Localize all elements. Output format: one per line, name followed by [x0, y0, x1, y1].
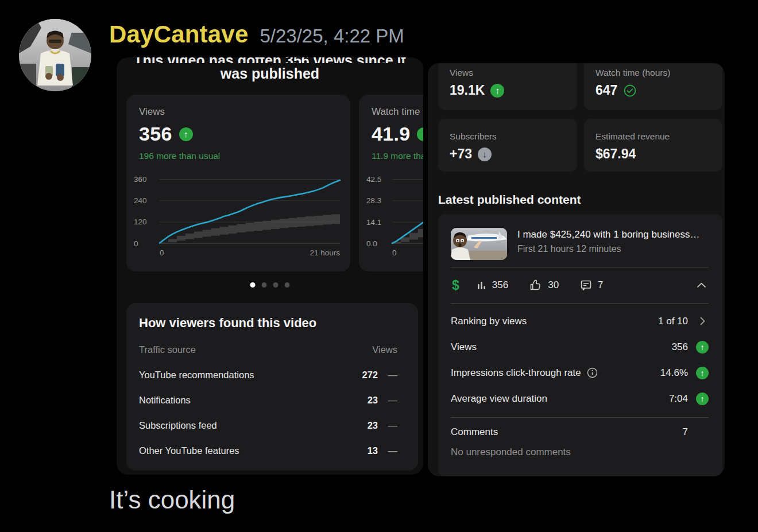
carousel-dot[interactable]	[285, 282, 290, 288]
metric-row-ctr: Impressions click-through rate 14.6% ↑	[451, 360, 709, 386]
carousel-dot-active[interactable]	[250, 282, 256, 288]
message-timestamp: 5/23/25, 4:22 PM	[260, 25, 404, 47]
traffic-source-header: Traffic source	[139, 344, 372, 355]
views-value: 356	[139, 123, 172, 145]
comments-count: 7	[683, 426, 688, 438]
svg-text:0.0: 0.0	[366, 239, 377, 248]
metric-label: Ranking by views	[451, 316, 658, 327]
divider	[451, 417, 709, 418]
svg-text:240: 240	[134, 196, 147, 205]
comments-note: No unresponded comments	[451, 446, 709, 458]
svg-text:360: 360	[134, 175, 147, 184]
svg-text:0: 0	[160, 248, 164, 257]
video-text: I made $425,240 with 1 boring business… …	[517, 228, 700, 254]
traffic-views-header: Views	[372, 344, 397, 355]
summary-label: Estimated revenue	[595, 131, 711, 142]
left-screenshot-attachment[interactable]: This video has gotten 356 views since it…	[117, 57, 423, 475]
traffic-table-header: Traffic source Views	[139, 344, 397, 355]
video-thumbnail[interactable]	[451, 228, 507, 260]
traffic-sources-card: How viewers found this video Traffic sou…	[126, 303, 418, 471]
engagement-comments-value: 7	[598, 279, 603, 291]
traffic-views-value: 23	[368, 395, 378, 406]
svg-text:0: 0	[134, 239, 138, 248]
engagement-row: $ 356 30	[451, 267, 709, 303]
carousel-dot[interactable]	[262, 282, 267, 288]
message-text: It’s cooking	[109, 486, 235, 514]
check-circle-icon	[623, 84, 637, 98]
views-delta: 196 more than usual	[139, 151, 338, 161]
traffic-views-value: 13	[368, 445, 378, 456]
latest-content-card: I made $425,240 with 1 boring business… …	[438, 214, 722, 476]
views-metric-card: Views 356 ↑ 196 more than usual 36024012…	[126, 95, 350, 271]
metric-row-avd: Average view duration 7:04 ↑	[451, 386, 709, 411]
right-screenshot-attachment[interactable]: Views 19.1K ↑ Watch time (hours) 647 Sub…	[428, 63, 725, 476]
summary-card-watch-time: Watch time (hours) 647	[584, 63, 722, 110]
metric-row-views: Views 356 ↑	[451, 334, 709, 360]
watch-time-value: 41.9	[372, 123, 410, 145]
table-row: YouTube recommendations 272 —	[139, 370, 397, 380]
metric-value: 7:04	[669, 393, 688, 405]
engagement-likes-value: 30	[548, 279, 559, 291]
summary-label: Watch time (hours)	[595, 68, 711, 78]
summary-card-subscribers: Subscribers +73 ↓	[438, 119, 577, 172]
up-arrow-icon: ↑	[179, 127, 193, 141]
carousel-dots	[250, 282, 290, 288]
dash-icon: —	[378, 370, 397, 380]
svg-text:28.3: 28.3	[366, 196, 381, 205]
metric-row-ranking[interactable]: Ranking by views 1 of 10	[451, 308, 709, 334]
video-row[interactable]: I made $425,240 with 1 boring business… …	[451, 228, 709, 260]
carousel-dot[interactable]	[273, 282, 279, 288]
likes-stat: 30	[530, 279, 559, 291]
watch-time-line-chart: 42.528.314.10.00	[365, 172, 423, 258]
traffic-views-value: 272	[362, 370, 378, 380]
watch-time-label: Watch time	[372, 106, 423, 118]
up-arrow-icon: ↑	[696, 367, 709, 379]
message-header: DayCantave 5/23/25, 4:22 PM	[109, 21, 404, 48]
traffic-views-value: 23	[368, 420, 378, 431]
latest-content-heading: Latest published content	[438, 193, 581, 207]
watch-time-delta: 11.9 more tha	[372, 151, 423, 161]
svg-text:120: 120	[134, 218, 147, 226]
views-label: Views	[139, 106, 338, 118]
comment-icon	[581, 280, 592, 291]
collapse-chevron-up-icon[interactable]	[697, 282, 706, 288]
avatar-image	[19, 19, 91, 91]
traffic-source-label: YouTube recommendations	[139, 370, 362, 380]
clipped-title-line: This video has gotten 356 views since it	[117, 57, 423, 63]
summary-label: Subscribers	[450, 131, 566, 142]
dash-icon: —	[378, 420, 397, 431]
chevron-right-icon[interactable]	[696, 317, 709, 325]
avatar[interactable]	[19, 19, 91, 91]
traffic-card-title: How viewers found this video	[139, 316, 397, 331]
metric-label: Impressions click-through rate	[451, 367, 581, 379]
summary-label: Views	[450, 68, 566, 78]
up-arrow-icon: ↑	[417, 127, 423, 141]
summary-card-views: Views 19.1K ↑	[438, 63, 577, 110]
info-icon[interactable]	[587, 367, 598, 378]
traffic-source-label: Subscriptions feed	[139, 420, 368, 431]
dash-icon: —	[378, 395, 397, 406]
watch-time-metric-card: Watch time 41.9 ↑ 11.9 more tha 42.528.3…	[359, 95, 423, 271]
author-name[interactable]: DayCantave	[109, 21, 248, 48]
thumbs-up-icon	[530, 279, 542, 291]
down-arrow-icon: ↓	[478, 147, 492, 161]
views-stat: 356	[477, 279, 508, 291]
metric-label: Views	[451, 341, 672, 353]
summary-value: 19.1K	[450, 83, 485, 98]
metric-rows: Ranking by views 1 of 10 Views 356 ↑ Imp…	[451, 308, 709, 411]
svg-text:14.1: 14.1	[366, 218, 381, 227]
video-subtitle: First 21 hours 12 minutes	[517, 244, 700, 254]
published-title: was published	[117, 65, 423, 82]
traffic-source-label: Other YouTube features	[139, 445, 368, 456]
dash-icon: —	[378, 445, 397, 456]
traffic-source-label: Notifications	[139, 395, 368, 406]
table-row: Other YouTube features 13 —	[139, 445, 397, 456]
svg-text:0: 0	[392, 248, 397, 257]
summary-value: +73	[450, 146, 472, 162]
summary-value: 647	[595, 83, 617, 98]
comments-row: Comments 7	[451, 422, 709, 442]
metric-value: 14.6%	[660, 367, 688, 379]
up-arrow-icon: ↑	[696, 341, 709, 354]
views-line-chart: 3602401200021 hours	[132, 172, 345, 258]
metric-label: Average view duration	[451, 393, 669, 405]
